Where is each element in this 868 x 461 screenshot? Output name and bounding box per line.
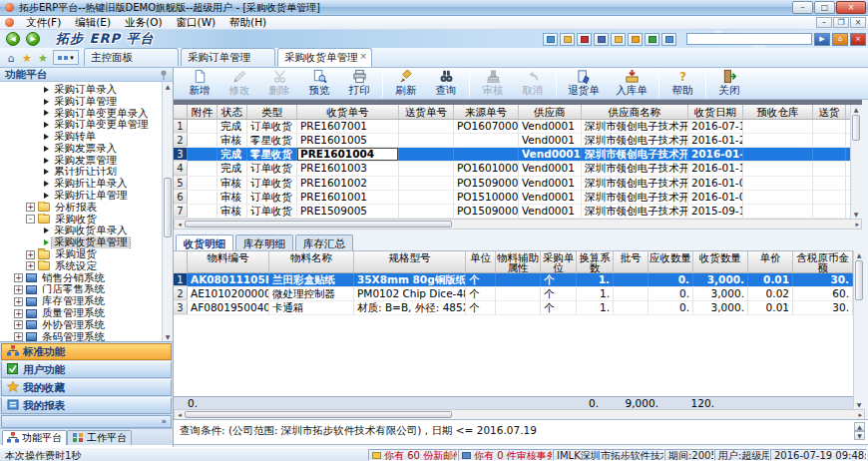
column-header[interactable]: 规格型号 xyxy=(354,251,466,273)
clock-button[interactable] xyxy=(661,33,676,46)
tree-item[interactable]: 采购订单变更单管理 xyxy=(0,119,173,131)
table-row[interactable]: 1AK08011105B0000兰田彩盒贴纸35X8mm 80g铜版纸不干胶 B… xyxy=(174,273,853,287)
folder-button[interactable] xyxy=(560,33,575,46)
tree-item[interactable]: +外协管理系统 xyxy=(0,319,173,331)
tree-item[interactable]: 采购收货单管理 xyxy=(0,236,173,248)
tree-item[interactable]: +库存管理系统 xyxy=(0,295,173,307)
detail-tab[interactable]: 库存汇总 xyxy=(295,234,353,250)
tab-close-icon[interactable]: × xyxy=(360,51,368,67)
column-header[interactable]: 附件 xyxy=(188,105,217,119)
column-header[interactable]: 采购单位 xyxy=(541,251,577,273)
column-header[interactable]: 供应商名称 xyxy=(582,105,688,119)
column-header[interactable]: 物料名称 xyxy=(269,251,354,273)
column-header[interactable]: 单位 xyxy=(466,251,496,273)
column-header[interactable]: 应收数量 xyxy=(649,251,693,273)
column-header[interactable]: 送货单号 xyxy=(399,105,454,119)
table-row[interactable]: 6审核订单收货PRE1601001PO15100001Vend0001深圳市领创… xyxy=(174,191,850,205)
tree-item[interactable]: 累计折让计划 xyxy=(0,167,173,179)
folder-add-button[interactable] xyxy=(611,33,626,46)
预览-button[interactable]: 预览 xyxy=(299,69,339,99)
tree-item[interactable]: 采购发票管理 xyxy=(0,155,173,167)
tree-item[interactable]: 采购转单 xyxy=(0,131,173,143)
table-row[interactable]: 2审核零星收货PRE1601005Vend0001深圳市领创电子技术开发有限公司… xyxy=(174,134,850,148)
tab-active[interactable]: 采购收货单管理× xyxy=(277,48,372,67)
view-grid-button[interactable] xyxy=(543,33,558,46)
tree-item[interactable]: +采购退货 xyxy=(0,248,173,260)
查询-button[interactable]: 查询 xyxy=(426,69,466,99)
detail-tab[interactable]: 收货明细 xyxy=(176,234,233,250)
mdi-restore-button[interactable]: ❐ xyxy=(833,17,849,28)
expand-icon[interactable]: + xyxy=(14,320,23,329)
sidebar-nav-button[interactable]: 我的报表 xyxy=(1,397,172,414)
table-row[interactable]: 1完成订单收货PRE1607001PO16070001Vend0001深圳市领创… xyxy=(174,120,850,134)
tree-item[interactable]: +条码管理系统 xyxy=(0,331,173,341)
tab-list-dropdown[interactable]: ▾ xyxy=(53,50,79,65)
column-header[interactable]: 收货日期 xyxy=(688,105,743,119)
expand-icon[interactable]: + xyxy=(14,273,23,282)
tree-item[interactable]: 采购折让单管理 xyxy=(0,190,173,202)
退货单-button[interactable]: 退货单 xyxy=(560,69,608,99)
column-header[interactable]: 换算系数 xyxy=(577,251,614,273)
mdi-minimize-button[interactable]: – xyxy=(816,17,832,28)
quick-search-input[interactable] xyxy=(686,33,812,45)
tab-item[interactable]: 主控面板 xyxy=(84,48,179,66)
menu-item[interactable]: 编辑(E) xyxy=(68,16,118,30)
back-button[interactable]: ◀ xyxy=(6,32,20,46)
column-header[interactable]: 类型 xyxy=(247,105,297,119)
tree-item[interactable]: 采购订单变更单录入 xyxy=(0,108,173,120)
mdi-close-button[interactable]: × xyxy=(850,17,866,28)
column-header[interactable]: 含税原币金额 xyxy=(793,251,853,273)
tree-item[interactable]: +销售分销系统 xyxy=(0,272,173,284)
column-header[interactable] xyxy=(174,105,188,119)
column-header[interactable]: 物料编号 xyxy=(188,251,269,273)
column-header[interactable]: 送货 xyxy=(813,105,846,119)
刷新-button[interactable]: 刷新 xyxy=(386,69,426,99)
tab-item[interactable]: 采购订单管理 xyxy=(181,48,275,66)
star-button[interactable] xyxy=(628,33,643,46)
table-row[interactable]: 2AE1010200000A00微处理控制器PM0102 Chip Dice-4… xyxy=(174,287,853,301)
receipt-grid-vscrollbar[interactable]: ▲ ▼ xyxy=(850,105,861,219)
expand-icon[interactable]: + xyxy=(14,297,23,306)
expand-icon[interactable]: + xyxy=(14,332,23,341)
menu-item[interactable]: 帮助(H) xyxy=(222,16,273,30)
sidebar-nav-button[interactable]: 用户功能 xyxy=(1,361,172,378)
tree-item[interactable]: +分析报表 xyxy=(0,202,173,214)
tree-item[interactable]: +质量管理系统 xyxy=(0,307,173,319)
tree-scrollbar[interactable]: ▲ ▼ xyxy=(162,82,173,341)
sidebar-nav-button[interactable]: 我的收藏 xyxy=(1,379,172,396)
入库单-button[interactable]: 入库单 xyxy=(608,69,655,99)
expand-icon[interactable]: - xyxy=(26,215,35,224)
tree-item[interactable]: 采购订单录入 xyxy=(0,84,173,96)
新增-button[interactable]: 新增 xyxy=(180,69,219,99)
status-audit[interactable]: 你有 0 件审核事务! xyxy=(458,449,553,461)
monitor-button[interactable] xyxy=(645,33,659,46)
favorite-star-icon[interactable]: ★ xyxy=(19,52,35,65)
org-chart-button[interactable] xyxy=(594,33,609,46)
sidebar-nav-selected[interactable]: 标准功能 xyxy=(1,343,172,360)
tree-item[interactable]: 采购发票录入 xyxy=(0,143,173,155)
table-row[interactable]: 5审核订单收货PRE1601002PO15090001Vend0001深圳市领创… xyxy=(174,177,850,191)
column-header[interactable]: 收货单号 xyxy=(297,105,399,119)
home-button[interactable]: ⌂ xyxy=(832,33,848,46)
query-spinner[interactable]: ▲▼ xyxy=(854,422,865,440)
column-header[interactable]: 来源单号 xyxy=(454,105,519,119)
detail-tab[interactable]: 库存明细 xyxy=(235,234,293,250)
status-mail[interactable]: 你有 60 份新邮件! xyxy=(368,449,458,461)
expand-icon[interactable]: + xyxy=(26,261,35,270)
more-buttons-bar[interactable]: » xyxy=(1,415,172,428)
menu-item[interactable]: 业务(O) xyxy=(118,16,169,30)
exit-button[interactable]: × xyxy=(850,33,866,46)
table-row[interactable]: 4完成订单收货PRE1601003PO16010001Vend0001深圳市领创… xyxy=(174,162,850,176)
column-header[interactable]: 状态 xyxy=(217,105,247,119)
add-favorite-star-icon[interactable]: ★ xyxy=(35,52,51,65)
close-button[interactable]: × xyxy=(836,1,866,14)
column-header[interactable]: 收货数量 xyxy=(693,251,748,273)
receipt-grid-hscrollbar[interactable]: ◂ ▸ xyxy=(174,219,862,230)
column-header[interactable]: 供应商 xyxy=(519,105,582,119)
expand-icon[interactable]: + xyxy=(14,285,23,294)
打印-button[interactable]: 打印 xyxy=(339,69,379,99)
go-button[interactable]: ▶ xyxy=(814,33,830,46)
column-header[interactable]: 物料辅助属性 xyxy=(496,251,541,273)
maximize-button[interactable]: □ xyxy=(814,1,835,14)
expand-icon[interactable]: + xyxy=(14,309,23,318)
